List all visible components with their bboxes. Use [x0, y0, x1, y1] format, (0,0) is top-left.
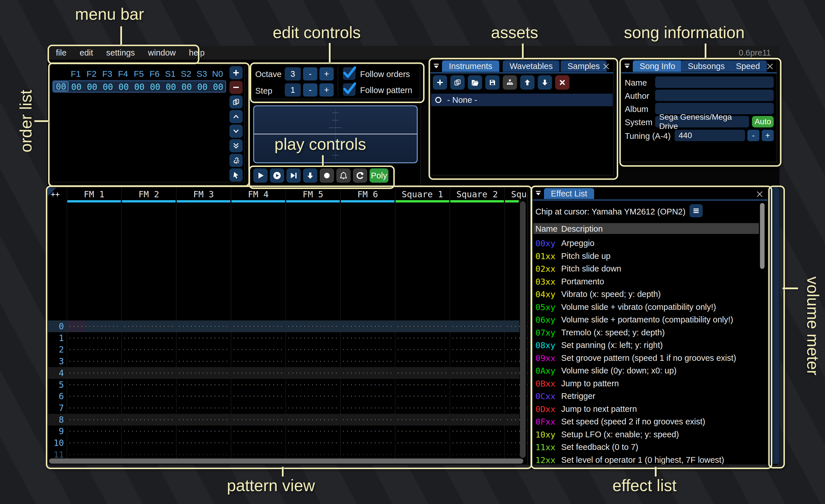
order-cell[interactable]: 00: [179, 82, 195, 92]
order-move-bottom-button[interactable]: [229, 139, 243, 152]
order-cell[interactable]: 00: [163, 82, 179, 92]
pattern-cell[interactable]: ·············: [176, 437, 231, 449]
pattern-cell[interactable]: ·············: [67, 379, 122, 391]
pattern-cell[interactable]: ·············: [67, 425, 122, 437]
pattern-cell[interactable]: ·············: [122, 390, 176, 402]
close-icon[interactable]: [766, 62, 774, 71]
pattern-cell[interactable]: ·············: [450, 425, 505, 437]
pattern-cell[interactable]: ·············: [340, 321, 395, 332]
pattern-cell[interactable]: ·············: [286, 402, 340, 414]
play-to-cursor-button[interactable]: [287, 168, 301, 183]
pattern-cell[interactable]: ·············: [176, 332, 231, 344]
pattern-cell[interactable]: ·············: [395, 367, 450, 379]
collapse-icon[interactable]: [433, 63, 440, 70]
pattern-cell[interactable]: ·············: [67, 402, 122, 414]
instrument-list-item[interactable]: - None -: [431, 94, 613, 106]
pattern-cell[interactable]: ·············: [176, 390, 231, 402]
pattern-cell[interactable]: ·············: [286, 414, 340, 426]
octave-plus-button[interactable]: +: [319, 67, 334, 80]
pattern-expand-control[interactable]: ++: [51, 190, 60, 198]
pattern-cell[interactable]: ·············: [67, 332, 122, 344]
tab-speed[interactable]: Speed: [729, 61, 767, 72]
channel-header[interactable]: FM 3: [176, 189, 231, 199]
play-button[interactable]: [253, 168, 268, 183]
pattern-cell[interactable]: ·············: [67, 437, 122, 449]
pattern-cell[interactable]: ·············: [340, 332, 395, 344]
pattern-cell[interactable]: ·············: [450, 321, 505, 332]
pattern-row-active[interactable]: 0·······································…: [48, 321, 519, 332]
order-deep-clone-button[interactable]: [229, 154, 243, 167]
pattern-cell[interactable]: ·············: [395, 344, 450, 355]
pattern-cell[interactable]: ·············: [176, 344, 231, 355]
order-duplicate-button[interactable]: [229, 95, 243, 108]
pattern-cell[interactable]: ·············: [122, 321, 176, 332]
menu-file[interactable]: file: [56, 48, 66, 58]
tab-subsongs[interactable]: Subsongs: [681, 61, 732, 72]
order-cell[interactable]: 00: [84, 82, 100, 92]
pattern-cell[interactable]: ·············: [286, 344, 340, 355]
pattern-cell[interactable]: ·············: [231, 390, 286, 402]
pattern-cell[interactable]: ·············: [67, 390, 122, 402]
pattern-row[interactable]: 9·······································…: [48, 425, 519, 437]
repeat-button[interactable]: [353, 168, 367, 183]
pattern-cell[interactable]: ·············: [67, 344, 122, 355]
step-row-button[interactable]: [303, 168, 317, 183]
pattern-cell[interactable]: ·············: [286, 332, 340, 344]
octave-minus-button[interactable]: -: [303, 67, 317, 80]
collapse-icon[interactable]: [535, 190, 542, 197]
pattern-cell[interactable]: ·············: [231, 437, 286, 449]
pattern-cell[interactable]: ·············: [231, 367, 286, 379]
metronome-button[interactable]: [336, 168, 351, 183]
instrument-delete-button[interactable]: [555, 75, 570, 90]
tab-samples[interactable]: Samples: [560, 61, 607, 72]
step-value[interactable]: 1: [285, 83, 301, 96]
pattern-row[interactable]: 2·······································…: [48, 344, 519, 355]
tuning-minus-button[interactable]: -: [747, 130, 759, 141]
order-add-button[interactable]: [229, 66, 243, 79]
pattern-cell[interactable]: ·············: [450, 390, 505, 402]
pattern-cell[interactable]: ·············: [231, 332, 286, 344]
pattern-cell[interactable]: ·············: [176, 425, 231, 437]
menu-help[interactable]: help: [189, 48, 205, 58]
instrument-duplicate-button[interactable]: [450, 75, 465, 90]
pattern-cell[interactable]: ·············: [286, 379, 340, 391]
pattern-cell[interactable]: ·············: [67, 321, 122, 332]
pattern-cell[interactable]: ·············: [395, 332, 450, 344]
pattern-row[interactable]: 10······································…: [48, 437, 519, 449]
collapse-icon[interactable]: [624, 63, 630, 70]
pattern-cell[interactable]: ·············: [340, 379, 395, 391]
pattern-cell[interactable]: ·············: [450, 437, 505, 449]
pattern-cell[interactable]: ·············: [340, 414, 395, 426]
pattern-cell[interactable]: ·············: [231, 344, 286, 355]
pattern-cell[interactable]: ·············: [395, 425, 450, 437]
pattern-row[interactable]: 7·······································…: [48, 402, 519, 414]
order-row-index[interactable]: 00: [54, 82, 68, 91]
pattern-cell[interactable]: ·············: [340, 402, 395, 414]
pattern-cell[interactable]: ·············: [122, 332, 176, 344]
pattern-row[interactable]: 5·······································…: [48, 379, 519, 391]
name-field[interactable]: [655, 76, 774, 88]
channel-header[interactable]: FM 5: [286, 189, 340, 199]
menu-edit[interactable]: edit: [80, 48, 93, 58]
effect-menu-button[interactable]: [689, 204, 703, 217]
pattern-row[interactable]: 8·······································…: [48, 414, 519, 426]
pattern-cell[interactable]: ·············: [450, 414, 505, 426]
instrument-open-button[interactable]: [468, 75, 482, 90]
tab-instruments[interactable]: Instruments: [442, 61, 499, 72]
tab-wavetables[interactable]: Wavetables: [503, 61, 559, 72]
order-cell[interactable]: 00: [210, 82, 226, 92]
pattern-horizontal-scrollbar[interactable]: [49, 458, 523, 464]
pattern-cell[interactable]: ·············: [450, 332, 505, 344]
pattern-cell[interactable]: ·············: [231, 355, 286, 367]
octave-value[interactable]: 3: [285, 67, 301, 80]
pattern-cell[interactable]: ·············: [286, 390, 340, 402]
pattern-cell[interactable]: ·············: [122, 414, 176, 426]
pattern-cell[interactable]: ·············: [122, 379, 176, 391]
pattern-cell[interactable]: ·············: [231, 321, 286, 332]
pattern-cell[interactable]: ·············: [176, 321, 231, 332]
pattern-cell[interactable]: ·············: [450, 379, 505, 391]
order-cell[interactable]: 00: [68, 82, 84, 92]
pattern-cell[interactable]: ·············: [450, 402, 505, 414]
pattern-cell[interactable]: ·············: [176, 355, 231, 367]
pattern-cell[interactable]: ·············: [395, 321, 450, 332]
